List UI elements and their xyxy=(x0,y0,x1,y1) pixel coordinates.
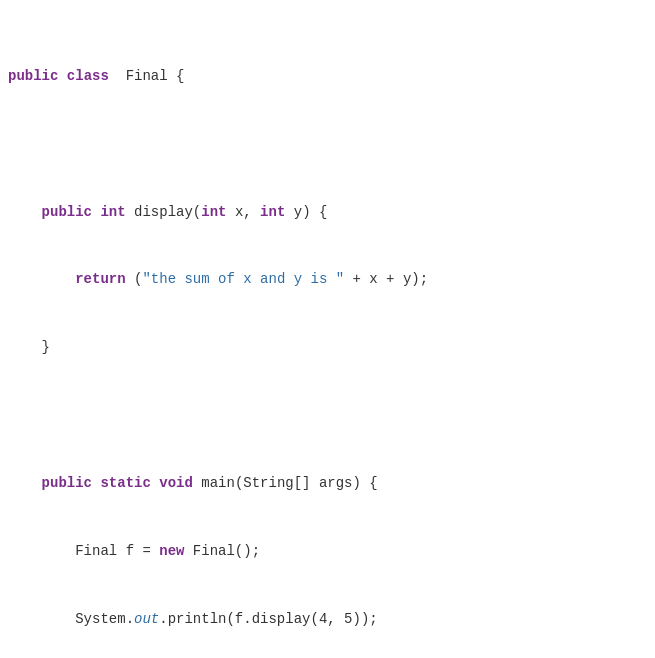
code-line-9: System.out.println(f.display(4, 5)); xyxy=(8,608,639,631)
code-line-8: Final f = new Final(); xyxy=(8,540,639,563)
code-line-4: return ("the sum of x and y is " + x + y… xyxy=(8,268,639,291)
code-line-1: public class Final { xyxy=(8,65,639,88)
code-line-7: public static void main(String[] args) { xyxy=(8,472,639,495)
code-block: public class Final { public int display(… xyxy=(0,0,655,658)
code-line-5: } xyxy=(8,336,639,359)
code-line-3: public int display(int x, int y) { xyxy=(8,201,639,224)
code-line-2 xyxy=(8,133,639,156)
code-line-6 xyxy=(8,404,639,427)
